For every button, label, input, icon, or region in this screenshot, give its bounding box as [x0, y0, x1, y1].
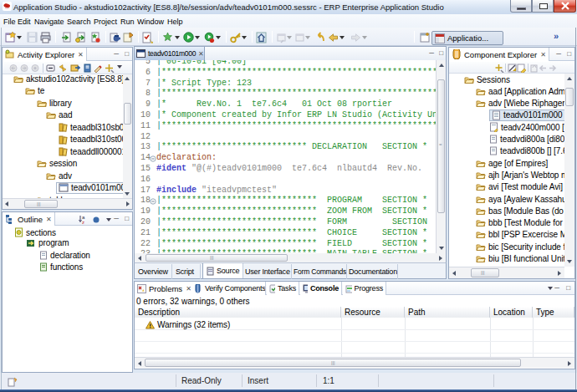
svg-text:z: z: [82, 220, 84, 224]
